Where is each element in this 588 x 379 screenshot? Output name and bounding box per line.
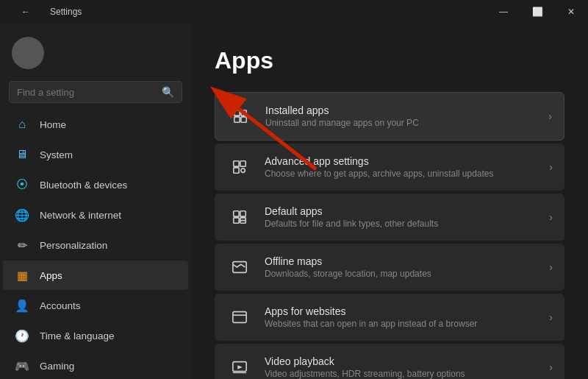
video-playback-title: Video playback <box>265 355 537 367</box>
search-input[interactable] <box>17 87 156 98</box>
sidebar-item-time[interactable]: 🕐Time & language <box>3 321 188 350</box>
settings-item-video-playback[interactable]: Video playbackVideo adjustments, HDR str… <box>215 344 564 379</box>
time-icon: 🕐 <box>15 328 29 343</box>
system-icon: 🖥 <box>15 147 29 162</box>
sidebar-item-system[interactable]: 🖥System <box>3 140 188 169</box>
default-apps-icon <box>226 204 253 230</box>
settings-item-advanced-app-settings[interactable]: Advanced app settingsChoose where to get… <box>215 144 564 191</box>
sidebar-item-personalization[interactable]: ✏Personalization <box>3 230 188 260</box>
svg-rect-14 <box>233 312 246 323</box>
nav-container: ⌂Home🖥System⦿Bluetooth & devices🌐Network… <box>0 109 191 379</box>
advanced-app-settings-text: Advanced app settingsChoose where to get… <box>265 155 537 179</box>
svg-rect-9 <box>240 211 245 216</box>
svg-point-7 <box>241 169 245 173</box>
svg-rect-1 <box>241 110 246 116</box>
sidebar-item-accounts[interactable]: 👤Accounts <box>3 291 188 320</box>
sidebar-item-label-network: Network & internet <box>40 210 121 221</box>
main-layout: 🔍 ⌂Home🖥System⦿Bluetooth & devices🌐Netwo… <box>0 24 588 379</box>
network-icon: 🌐 <box>15 208 29 222</box>
bluetooth-icon: ⦿ <box>15 177 29 192</box>
settings-item-default-apps[interactable]: Default appsDefaults for file and link t… <box>215 194 564 241</box>
video-playback-icon <box>226 354 253 379</box>
svg-marker-17 <box>237 365 242 369</box>
video-playback-subtitle: Video adjustments, HDR streaming, batter… <box>265 369 537 379</box>
svg-rect-8 <box>234 211 239 216</box>
page-title: Apps <box>215 47 564 74</box>
sidebar-item-label-gaming: Gaming <box>40 361 74 372</box>
sidebar-item-network[interactable]: 🌐Network & internet <box>3 200 188 230</box>
svg-rect-3 <box>241 117 246 122</box>
installed-apps-icon <box>227 103 254 130</box>
apps-for-websites-chevron-icon: › <box>549 311 553 323</box>
advanced-app-settings-chevron-icon: › <box>549 161 553 173</box>
search-box[interactable]: 🔍 <box>9 81 182 103</box>
apps-icon: ▦ <box>15 268 29 283</box>
titlebar-title: Settings <box>50 7 82 17</box>
profile-section <box>0 29 191 81</box>
installed-apps-title: Installed apps <box>265 105 537 116</box>
apps-for-websites-title: Apps for websites <box>265 305 537 317</box>
default-apps-chevron-icon: › <box>549 211 553 223</box>
default-apps-text: Default appsDefaults for file and link t… <box>265 205 537 229</box>
video-playback-chevron-icon: › <box>549 361 553 373</box>
offline-maps-text: Offline mapsDownloads, storage location,… <box>265 255 537 279</box>
sidebar-item-label-accounts: Accounts <box>40 300 81 311</box>
svg-rect-10 <box>234 218 239 223</box>
offline-maps-icon <box>226 254 253 280</box>
default-apps-subtitle: Defaults for file and link types, other … <box>265 219 537 229</box>
installed-apps-chevron-icon: › <box>548 110 552 122</box>
close-button[interactable]: ✕ <box>554 0 588 24</box>
sidebar-item-label-bluetooth: Bluetooth & devices <box>40 180 127 191</box>
svg-rect-2 <box>234 117 240 122</box>
advanced-app-settings-subtitle: Choose where to get apps, archive apps, … <box>265 169 537 179</box>
settings-list: Installed appsUninstall and manage apps … <box>215 92 564 379</box>
titlebar-left: ← Settings <box>9 0 82 24</box>
apps-for-websites-icon <box>226 304 253 330</box>
sidebar-item-label-apps: Apps <box>40 270 62 281</box>
sidebar-item-label-time: Time & language <box>40 330 115 341</box>
personalization-icon: ✏ <box>15 238 29 252</box>
offline-maps-subtitle: Downloads, storage location, map updates <box>265 269 537 279</box>
svg-rect-0 <box>234 110 240 116</box>
back-button[interactable]: ← <box>9 0 43 24</box>
settings-item-installed-apps[interactable]: Installed appsUninstall and manage apps … <box>215 92 564 141</box>
sidebar-item-gaming[interactable]: 🎮Gaming <box>3 351 188 379</box>
svg-rect-4 <box>234 161 239 166</box>
avatar <box>12 37 44 69</box>
sidebar-item-label-personalization: Personalization <box>40 240 107 251</box>
installed-apps-subtitle: Uninstall and manage apps on your PC <box>265 118 537 128</box>
offline-maps-title: Offline maps <box>265 255 537 267</box>
titlebar-controls: — ⬜ ✕ <box>487 0 588 24</box>
content-area: Apps Installed appsUninstall and manage … <box>191 24 588 379</box>
settings-item-apps-for-websites[interactable]: Apps for websitesWebsites that can open … <box>215 294 564 341</box>
sidebar-item-bluetooth[interactable]: ⦿Bluetooth & devices <box>3 170 188 199</box>
sidebar: 🔍 ⌂Home🖥System⦿Bluetooth & devices🌐Netwo… <box>0 24 191 379</box>
maximize-button[interactable]: ⬜ <box>520 0 554 24</box>
installed-apps-text: Installed appsUninstall and manage apps … <box>265 105 537 128</box>
home-icon: ⌂ <box>15 117 29 132</box>
sidebar-item-apps[interactable]: ▦Apps <box>3 261 188 290</box>
apps-for-websites-text: Apps for websitesWebsites that can open … <box>265 305 537 329</box>
settings-item-offline-maps[interactable]: Offline mapsDownloads, storage location,… <box>215 244 564 291</box>
titlebar: ← Settings — ⬜ ✕ <box>0 0 588 24</box>
gaming-icon: 🎮 <box>15 358 29 373</box>
offline-maps-chevron-icon: › <box>549 261 553 273</box>
accounts-icon: 👤 <box>15 298 29 313</box>
svg-rect-6 <box>234 168 239 173</box>
sidebar-item-label-home: Home <box>40 119 66 130</box>
search-icon: 🔍 <box>162 86 174 98</box>
default-apps-title: Default apps <box>265 205 537 217</box>
minimize-button[interactable]: — <box>487 0 520 24</box>
sidebar-item-label-system: System <box>40 149 73 160</box>
video-playback-text: Video playbackVideo adjustments, HDR str… <box>265 355 537 379</box>
apps-for-websites-subtitle: Websites that can open in an app instead… <box>265 319 537 329</box>
svg-rect-5 <box>240 161 245 166</box>
sidebar-item-home[interactable]: ⌂Home <box>3 110 188 139</box>
advanced-app-settings-icon <box>226 154 253 180</box>
advanced-app-settings-title: Advanced app settings <box>265 155 537 167</box>
